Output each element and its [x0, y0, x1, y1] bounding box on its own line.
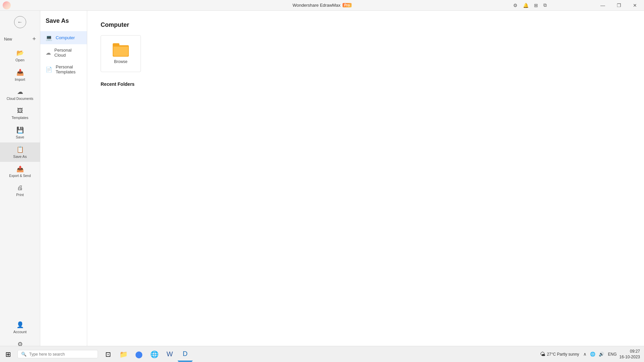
minimize-button[interactable]: —: [595, 0, 610, 11]
sys-tray-icons: ∧ 🌐 🔊: [582, 351, 605, 357]
save-as-title: Save As: [40, 17, 87, 31]
left-sidebar: ← New + 📂 Open 📥 Import ☁ Cloud Document…: [0, 11, 40, 362]
back-arrow-icon: ←: [17, 19, 23, 25]
sidebar-item-print[interactable]: 🖨 Print: [0, 181, 40, 200]
sidebar-item-open[interactable]: 📂 Open: [0, 46, 40, 65]
layout-icon[interactable]: ⊞: [533, 1, 539, 9]
sidebar-item-new[interactable]: New +: [0, 32, 40, 46]
language-label[interactable]: ENG: [608, 352, 617, 357]
personal-templates-label: Personal Templates: [56, 64, 82, 74]
account-icon: 👤: [16, 321, 24, 328]
content-area: Computer Browse Recent Folders: [87, 11, 644, 362]
taskbar-app-file-explorer[interactable]: 📁: [116, 347, 131, 362]
middle-nav-item-personal-templates[interactable]: 📄 Personal Templates: [40, 61, 87, 78]
middle-nav-item-personal-cloud[interactable]: ☁ Personal Cloud: [40, 44, 87, 61]
copy-icon[interactable]: ⧉: [542, 1, 548, 9]
widgets-icon: ⊡: [105, 350, 111, 358]
middle-nav-item-computer[interactable]: 💻 Computer: [40, 31, 87, 44]
taskbar-apps: ⊡ 📁 ⬤ 🌐 W D: [101, 347, 193, 362]
save-as-label: Save As: [13, 155, 26, 159]
import-icon: 📥: [16, 69, 24, 76]
computer-icon: 💻: [46, 35, 52, 41]
back-button[interactable]: ←: [13, 15, 28, 29]
taskbar-app-edrawmax[interactable]: D: [178, 347, 193, 362]
templates-label: Templates: [11, 116, 28, 120]
computer-label: Computer: [56, 35, 75, 40]
app-name: Wondershare EdrawMax: [292, 3, 340, 8]
print-icon: 🖨: [17, 184, 23, 191]
back-circle-icon: ←: [14, 16, 26, 28]
volume-icon[interactable]: 🔊: [597, 351, 605, 357]
restore-button[interactable]: ❐: [611, 0, 627, 11]
weather-icon: 🌤: [540, 351, 545, 357]
sidebar-spacer: [0, 200, 40, 318]
main-layout: ← New + 📂 Open 📥 Import ☁ Cloud Document…: [0, 11, 644, 362]
weather-text: 27°C Partly sunny: [547, 352, 579, 357]
chrome-icon: ⬤: [135, 350, 143, 358]
word-icon: W: [167, 350, 173, 358]
content-section-title: Computer: [101, 21, 631, 28]
pro-badge: Pro: [342, 3, 352, 7]
taskbar-search-input[interactable]: [29, 352, 90, 357]
templates-icon: 🖼: [17, 107, 23, 114]
file-explorer-icon: 📁: [119, 350, 128, 358]
start-button[interactable]: ⊞: [0, 346, 16, 362]
export-icon: 📤: [16, 165, 24, 173]
taskbar-right: 🌤 27°C Partly sunny ∧ 🌐 🔊 ENG 09:27 16-1…: [540, 349, 640, 360]
taskbar-app-edge[interactable]: 🌐: [147, 347, 162, 362]
save-as-icon: 📋: [16, 146, 24, 153]
sidebar-item-templates[interactable]: 🖼 Templates: [0, 104, 40, 123]
settings-icon[interactable]: ⚙: [512, 1, 519, 9]
folder-icon: [113, 43, 129, 57]
edrawmax-icon: D: [183, 350, 187, 358]
network-icon[interactable]: 🌐: [589, 351, 597, 357]
sidebar-item-save[interactable]: 💾 Save: [0, 123, 40, 142]
taskbar-app-word[interactable]: W: [162, 347, 177, 362]
taskbar-app-widgets[interactable]: ⊡: [101, 347, 115, 362]
taskbar-search-icon: 🔍: [21, 352, 26, 357]
personal-templates-icon: 📄: [46, 66, 52, 73]
print-label: Print: [16, 193, 24, 197]
cloud-docs-icon: ☁: [17, 88, 23, 96]
taskbar-weather[interactable]: 🌤 27°C Partly sunny: [540, 351, 579, 357]
personal-cloud-icon: ☁: [46, 50, 51, 56]
browse-card[interactable]: Browse: [101, 35, 141, 72]
sidebar-item-cloud-documents[interactable]: ☁ Cloud Documents: [0, 85, 40, 104]
middle-sidebar: Save As 💻 Computer ☁ Personal Cloud 📄 Pe…: [40, 11, 87, 362]
open-icon: 📂: [16, 49, 24, 57]
account-label: Account: [13, 330, 27, 334]
import-label: Import: [15, 77, 25, 81]
title-bar-center: Wondershare EdrawMax Pro: [292, 3, 352, 8]
sidebar-item-import[interactable]: 📥 Import: [0, 65, 40, 85]
clock-time: 09:27: [620, 349, 640, 354]
avatar[interactable]: [3, 1, 11, 9]
taskbar-app-chrome[interactable]: ⬤: [131, 347, 146, 362]
cloud-docs-label: Cloud Documents: [7, 97, 33, 101]
title-bar: Wondershare EdrawMax Pro ⚙ 🔔 ⊞ ⧉ — ❐ ✕: [0, 0, 644, 11]
personal-cloud-label: Personal Cloud: [54, 48, 82, 58]
taskbar: ⊞ 🔍 ⊡ 📁 ⬤ 🌐 W D 🌤 27°C Partly sunny: [0, 346, 644, 362]
plus-icon: +: [32, 36, 36, 43]
sidebar-item-export-send[interactable]: 📤 Export & Send: [0, 162, 40, 181]
save-icon: 💾: [16, 126, 24, 134]
sidebar-item-account[interactable]: 👤 Account: [0, 318, 40, 337]
taskbar-search-box[interactable]: 🔍: [17, 350, 98, 358]
clock-date: 16-10-2023: [620, 354, 640, 360]
bell-icon[interactable]: 🔔: [522, 1, 530, 9]
sidebar-item-save-as[interactable]: 📋 Save As: [0, 142, 40, 162]
open-label: Open: [15, 58, 24, 62]
title-bar-right-icons: ⚙ 🔔 ⊞ ⧉: [512, 1, 548, 9]
close-button[interactable]: ✕: [627, 0, 643, 11]
windows-icon: ⊞: [5, 350, 11, 358]
recent-folders-title: Recent Folders: [101, 81, 631, 87]
save-label: Save: [16, 135, 24, 139]
new-label: New: [4, 37, 12, 42]
browse-label: Browse: [114, 59, 127, 64]
taskbar-time[interactable]: 09:27 16-10-2023: [620, 349, 640, 360]
expand-tray-icon[interactable]: ∧: [582, 351, 588, 357]
title-bar-controls: — ❐ ✕: [595, 0, 643, 11]
edge-icon: 🌐: [150, 350, 159, 358]
export-label: Export & Send: [9, 174, 31, 178]
